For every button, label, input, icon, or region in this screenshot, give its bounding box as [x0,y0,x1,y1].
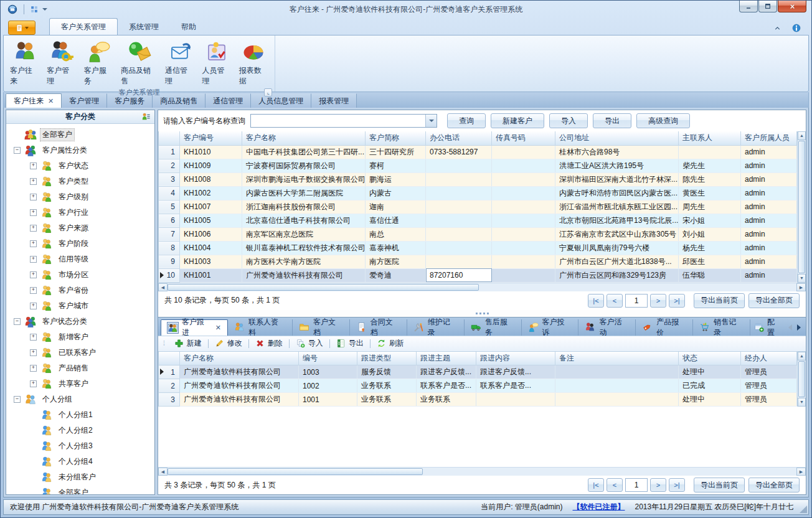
category-settings-icon[interactable] [141,112,151,121]
cell[interactable]: 浙江迦南科技股份有限公司 [242,200,366,214]
查询-button[interactable]: 查询 [447,113,486,128]
tree-item-客户行业[interactable]: +客户行业 [6,205,154,220]
collapse-node-icon[interactable]: − [14,147,21,154]
help-info-icon[interactable] [791,23,801,33]
cell[interactable] [426,159,492,172]
tree-item-共享客户[interactable]: +共享客户 [6,376,154,392]
scroll-right-icon[interactable]: ▶ [796,468,806,476]
expand-node-icon[interactable]: + [30,287,37,294]
table-row[interactable]: 5KH1007浙江迦南科技股份有限公司迦南浙江省温州市瓯北镇东瓯工业区园...周… [159,200,797,214]
cell[interactable] [426,255,492,268]
vertical-scrollbar[interactable]: ▲ ▼ [797,352,806,407]
tree-item-市场分区[interactable]: +市场分区 [6,267,154,283]
next-page-button[interactable]: > [650,294,666,308]
page-number-input[interactable]: 1 [625,294,648,308]
tree-item-已联系客户[interactable]: +已联系客户 [6,345,154,360]
cell[interactable]: 内蒙古 [366,186,426,200]
scroll-up-icon[interactable]: ▲ [798,352,806,360]
cell[interactable]: 1003 [299,365,357,379]
table-row[interactable]: 2KH1009宁波赛柯国际贸易有限公司赛柯洪塘工业A区洪大路195号柴先生adm… [159,159,797,172]
toolbar-新建-button[interactable]: 新建 [171,338,205,349]
scrollbar-thumb[interactable] [798,141,805,273]
quick-access-icon[interactable] [30,5,39,14]
cell[interactable]: 深圳市福田区深南大道北竹子林深... [555,172,679,186]
table-row[interactable]: 9KH1003南方医科大学南方医院南方医院广州市白云区广州大道北1838号...… [159,255,797,268]
cell[interactable] [492,145,555,159]
expand-node-icon[interactable]: + [30,271,37,278]
horizontal-scrollbar[interactable]: ◀ ▶ [158,467,806,476]
cell[interactable] [492,159,555,172]
column-header-客户简称[interactable]: 客户简称 [366,131,426,145]
table-row[interactable]: 6KH1005北京嘉信仕通电子科技有限公司嘉信仕通北京市朝阳区北苑路甲13号院北… [159,214,797,227]
cell[interactable]: 中国电子科技集团公司第三十四研... [242,145,366,159]
cell[interactable] [492,241,555,255]
column-header-状态[interactable]: 状态 [679,352,741,365]
vertical-scrollbar[interactable]: ▲ ▼ [797,131,806,283]
ribbon-tab-客户关系管理[interactable]: 客户关系管理 [49,18,118,35]
detail-tab-客户跟进[interactable]: 客户跟进✕ [161,319,228,336]
detail-tab-合同文档[interactable]: 合同文档 [350,319,407,336]
detail-tab-销售记录[interactable]: 销售记录 [693,319,750,336]
cell[interactable]: KH1001 [180,268,242,282]
table-row[interactable]: 1KH1010中国电子科技集团公司第三十四研...三十四研究所0733-5881… [159,145,797,159]
expand-node-icon[interactable]: + [30,178,37,185]
cell[interactable] [555,365,679,379]
search-input[interactable] [251,115,425,127]
toolbar-刷新-button[interactable]: 刷新 [373,338,408,349]
scroll-right-icon[interactable]: ▶ [796,283,806,291]
tree-item-未分组客户[interactable]: 未分组客户 [6,469,154,485]
tree-item-客户属性分类[interactable]: −客户属性分类 [6,143,154,158]
column-header-客户名称[interactable]: 客户名称 [180,352,299,365]
cell[interactable] [492,227,555,241]
高级查询-button[interactable]: 高级查询 [636,113,690,128]
horizontal-scrollbar[interactable]: ◀ ▶ [158,283,806,291]
ribbon-button-客户管理[interactable]: 客户管理 [43,37,80,88]
ribbon-button-通信管理[interactable]: 通信管理 [161,37,198,88]
cell[interactable] [426,241,492,255]
customer-search-combo[interactable] [250,114,437,128]
tree-item-客户状态分类[interactable]: −客户状态分类 [6,314,154,329]
column-header-公司地址[interactable]: 公司地址 [555,131,679,145]
cell[interactable]: 管理员 [741,393,797,407]
cell[interactable]: 三十四研究所 [366,145,426,159]
cell[interactable]: 广州市白云区广州大道北1838号... [555,255,679,268]
cell[interactable]: 宁波赛柯国际贸易有限公司 [242,159,366,172]
cell[interactable]: 鹏海运 [366,172,426,186]
cell[interactable]: 广州爱奇迪软件科技有限公司 [242,268,366,282]
cell[interactable]: KH1003 [180,255,242,268]
column-header-主联系人[interactable]: 主联系人 [679,131,741,145]
cell[interactable]: 已完成 [679,379,741,393]
page-number-input[interactable]: 1 [625,478,648,492]
cell[interactable]: 南方医科大学南方医院 [242,255,366,268]
cell[interactable] [555,379,679,393]
prev-page-button[interactable]: < [607,294,623,308]
collapse-ribbon-icon[interactable] [773,24,781,32]
detail-tab-维护记录[interactable]: 维护记录 [407,319,465,336]
cell[interactable]: 桂林市六合路98号 [555,145,679,159]
tab-scroll-left-icon[interactable] [788,324,792,331]
table-row[interactable]: 7KH1006南京军区南京总医院南总江苏省南京市玄武区中山东路305号刘小姐ad… [159,227,797,241]
cell[interactable]: 业务联系 [357,393,417,407]
last-page-button[interactable]: >| [669,478,685,492]
ribbon-button-商品及销售[interactable]: 商品及销售 [117,37,161,88]
cell[interactable]: 深圳市鹏海运电子数据交换有限公司 [242,172,366,186]
tree-item-个人分组4[interactable]: 个人分组4 [6,454,154,469]
first-page-button[interactable]: |< [588,478,604,492]
cell[interactable]: 邱医生 [679,255,741,268]
cell[interactable]: KH1010 [180,145,242,159]
导入-button[interactable]: 导入 [549,113,588,128]
cell[interactable]: KH1006 [180,227,242,241]
cell[interactable]: 南京军区南京总医院 [242,227,366,241]
table-row[interactable]: 3广州爱奇迪软件科技有限公司1001业务联系业务联系处理中管理员 [159,393,797,407]
cell[interactable]: KH1005 [180,214,242,227]
close-tab-icon[interactable]: ✕ [215,324,221,332]
cell[interactable]: 南总 [366,227,426,241]
cell[interactable]: 0733-5881297 [426,145,492,159]
tree-item-全部客户[interactable]: 全部客户 [6,127,154,143]
cell[interactable]: 服务反馈 [357,365,417,379]
toolbar-删除-button[interactable]: 删除 [252,338,286,349]
collapse-node-icon[interactable]: − [14,396,21,403]
expand-node-icon[interactable]: + [30,365,37,372]
table-row[interactable]: 2广州爱奇迪软件科技有限公司1002业务联系联系客户是否...联系客户是否...… [159,379,797,393]
cell[interactable]: 江苏省南京市玄武区中山东路305号 [555,227,679,241]
